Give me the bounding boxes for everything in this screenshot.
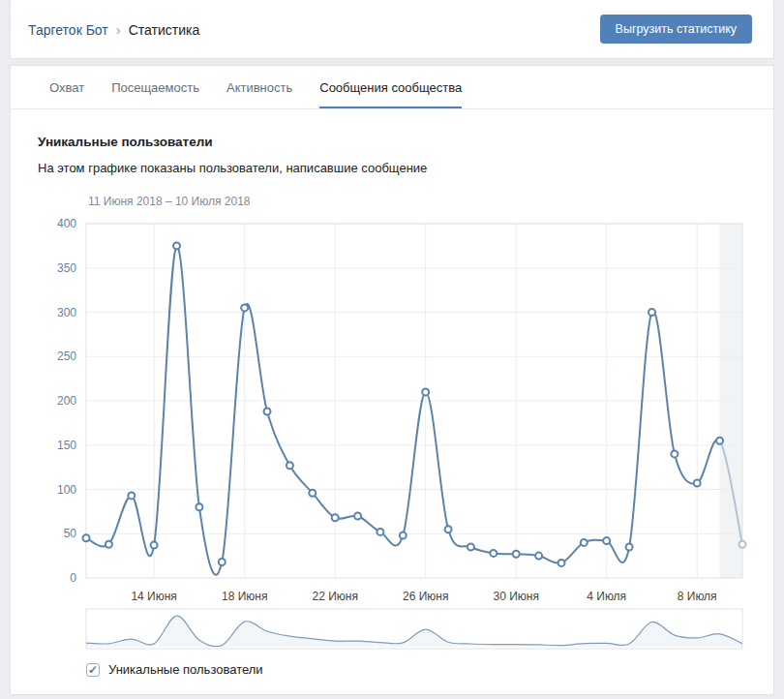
breadcrumb-group-link[interactable]: Таргеток Бот — [28, 22, 108, 38]
svg-text:150: 150 — [57, 439, 76, 452]
breadcrumb-current: Статистика — [129, 22, 200, 38]
legend-item[interactable]: ✓ Уникальные пользователи — [86, 662, 263, 677]
svg-text:0: 0 — [70, 571, 76, 585]
svg-text:18 Июня: 18 Июня — [222, 590, 267, 603]
svg-text:200: 200 — [57, 394, 76, 408]
page-header: Таргеток Бот›Статистика Выгрузить статис… — [10, 0, 774, 59]
tab-community-messages[interactable]: Сообщения сообщества — [319, 66, 462, 108]
statistics-card: ОхватПосещаемостьАктивностьСообщения соо… — [10, 65, 774, 695]
svg-text:8 Июля: 8 Июля — [678, 590, 717, 603]
chart-range-navigator[interactable] — [38, 608, 750, 651]
svg-text:14 Июня: 14 Июня — [131, 590, 176, 603]
export-statistics-button[interactable]: Выгрузить статистику — [600, 15, 752, 44]
svg-text:30 Июня: 30 Июня — [493, 590, 538, 603]
date-range-label: 11 Июня 2018 – 10 Июля 2018 — [88, 195, 750, 208]
page: Таргеток Бот›Статистика Выгрузить статис… — [0, 0, 784, 699]
svg-text:26 Июня: 26 Июня — [403, 590, 448, 603]
svg-text:22 Июня: 22 Июня — [312, 590, 357, 603]
svg-text:250: 250 — [57, 350, 76, 364]
chevron-right-icon: › — [116, 21, 121, 38]
section-description: На этом графике показаны пользователи, н… — [38, 161, 750, 175]
legend-checkbox[interactable]: ✓ — [86, 663, 100, 677]
svg-text:100: 100 — [57, 483, 76, 497]
tab-visits[interactable]: Посещаемость — [111, 66, 199, 108]
tabs-bar: ОхватПосещаемостьАктивностьСообщения соо… — [11, 66, 773, 109]
section-title: Уникальные пользователи — [38, 135, 750, 149]
svg-text:4 Июля: 4 Июля — [587, 590, 626, 603]
tab-content: Уникальные пользователи На этом графике … — [11, 109, 773, 694]
svg-text:300: 300 — [57, 306, 76, 319]
svg-text:50: 50 — [64, 528, 77, 541]
legend-label: Уникальные пользователи — [108, 662, 263, 677]
breadcrumb: Таргеток Бот›Статистика — [28, 21, 199, 38]
unique-users-line-chart: 05010015020025030035040014 Июня18 Июня22… — [38, 214, 750, 605]
svg-text:350: 350 — [57, 261, 76, 275]
tab-activity[interactable]: Активность — [226, 66, 292, 108]
svg-text:400: 400 — [57, 217, 76, 230]
tab-reach[interactable]: Охват — [49, 66, 84, 108]
